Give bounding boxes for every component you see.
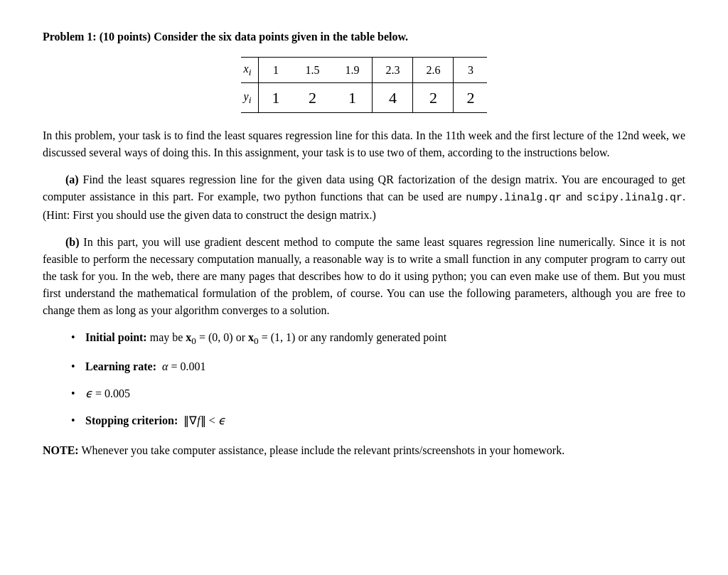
bullet-initial-point: Initial point: may be x0 = (0, 0) or x0 … [71,329,685,348]
y-val-5: 2 [413,83,454,113]
y-row-header: yi [241,83,259,113]
part-a: (a) Find the least squares regression li… [43,171,685,224]
bullet-stopping: Stopping criterion: ‖∇f‖ < ϵ [71,412,685,429]
x-val-6: 3 [454,58,488,83]
y-val-3: 1 [332,83,373,113]
x-val-3: 1.9 [332,58,373,83]
y-val-1: 1 [259,83,293,113]
part-b: (b) In this part, you will use gradient … [43,234,685,319]
note-text: NOTE: Whenever you take computer assista… [43,442,685,459]
epsilon-symbol: ϵ [85,387,92,399]
problem-points: (10 points) [100,31,151,43]
x-val-2: 1.5 [292,58,332,83]
part-a-label: (a) [65,173,79,186]
code-numpy: numpy.linalg.qr [466,192,562,204]
y-val-4: 4 [373,83,413,113]
problem-intro: Consider the six data points given in th… [154,31,408,43]
data-table: xi 1 1.5 1.9 2.3 2.6 3 yi 1 2 1 4 2 2 [241,57,488,113]
intro-paragraph: In this problem, your task is to find th… [43,127,685,161]
y-val-2: 2 [292,83,332,113]
code-scipy: scipy.linalg.qr [587,192,682,204]
parameters-list: Initial point: may be x0 = (0, 0) or x0 … [71,329,685,429]
part-a-text: (a) Find the least squares regression li… [43,171,685,224]
bullet-stopping-label: Stopping criterion: [85,414,178,426]
problem-number: Problem 1: [43,31,97,43]
bullet-learning-rate: Learning rate: α = 0.001 [71,358,685,375]
x-row-header: xi [241,58,259,83]
x-val-1: 1 [259,58,293,83]
y-val-6: 2 [454,83,488,113]
data-table-container: xi 1 1.5 1.9 2.3 2.6 3 yi 1 2 1 4 2 2 [43,57,685,113]
note-label: NOTE: [43,444,79,456]
part-b-label: (b) [65,236,80,248]
note-section: NOTE: Whenever you take computer assista… [43,442,685,459]
problem-title: Problem 1: (10 points) Consider the six … [43,28,685,45]
bullet-initial-label: Initial point: [85,331,147,343]
part-b-text: (b) In this part, you will use gradient … [43,234,685,319]
problem-container: Problem 1: (10 points) Consider the six … [43,28,685,459]
bullet-learning-label: Learning rate: [85,360,156,372]
x-val-4: 2.3 [373,58,413,83]
x-val-5: 2.6 [413,58,454,83]
bullet-epsilon: ϵ = 0.005 [71,385,685,402]
